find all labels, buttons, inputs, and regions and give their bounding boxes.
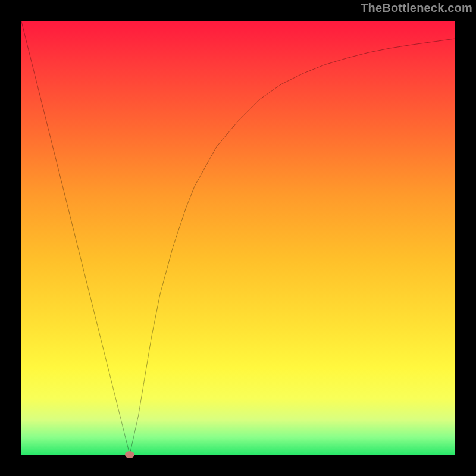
curve-svg: [21, 21, 455, 455]
curve-path: [21, 21, 455, 455]
chart-frame: TheBottleneck.com: [0, 0, 476, 476]
plot-area: [21, 21, 455, 455]
watermark-text: TheBottleneck.com: [361, 1, 472, 15]
